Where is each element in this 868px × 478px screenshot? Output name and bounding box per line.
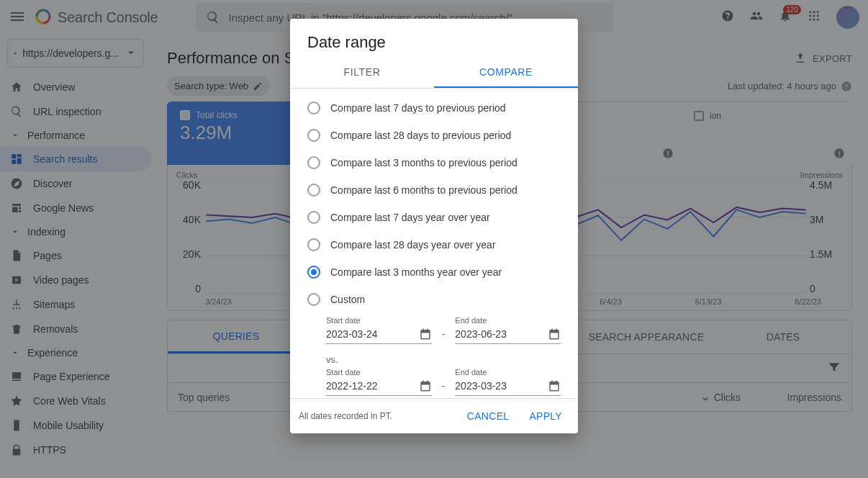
radio-icon bbox=[307, 129, 320, 142]
vs-label: vs. bbox=[290, 347, 578, 365]
date-range-dialog: Date range FILTER COMPARE Compare last 7… bbox=[290, 19, 578, 433]
date-field-label: Start date bbox=[326, 316, 432, 325]
apply-button[interactable]: APPLY bbox=[522, 406, 569, 426]
compare-option-0[interactable]: Compare last 7 days to previous period bbox=[290, 94, 578, 122]
dialog-title: Date range bbox=[290, 19, 578, 58]
compare-option-2[interactable]: Compare last 3 months to previous period bbox=[290, 149, 578, 176]
dash: - bbox=[439, 328, 448, 344]
cancel-button[interactable]: CANCEL bbox=[460, 406, 517, 426]
compare-option-1[interactable]: Compare last 28 days to previous period bbox=[290, 122, 578, 149]
dialog-tab-filter[interactable]: FILTER bbox=[290, 58, 434, 88]
radio-label: Custom bbox=[330, 294, 365, 305]
radio-icon bbox=[307, 266, 320, 279]
radio-label: Compare last 7 days year over year bbox=[330, 212, 490, 223]
compare-option-3[interactable]: Compare last 6 months to previous period bbox=[290, 176, 578, 204]
radio-icon bbox=[307, 102, 320, 114]
radio-icon bbox=[307, 211, 320, 224]
dialog-footnote: All dates recorded in PT. bbox=[299, 411, 392, 421]
end-date-2[interactable]: End date 2023-03-23 bbox=[455, 368, 561, 396]
radio-icon bbox=[307, 156, 320, 169]
date-value: 2023-06-23 bbox=[455, 328, 507, 340]
start-date-1[interactable]: Start date 2023-03-24 bbox=[326, 316, 432, 344]
compare-option-5[interactable]: Compare last 28 days year over year bbox=[290, 231, 578, 258]
date-value: 2023-03-24 bbox=[326, 328, 378, 340]
date-field-label: Start date bbox=[326, 368, 432, 376]
radio-icon bbox=[307, 184, 320, 197]
calendar-icon bbox=[548, 328, 561, 341]
date-field-label: End date bbox=[455, 316, 561, 325]
radio-label: Compare last 3 months to previous period bbox=[330, 157, 517, 168]
radio-label: Compare last 3 months year over year bbox=[330, 266, 502, 278]
calendar-icon bbox=[419, 328, 432, 341]
date-value: 2022-12-22 bbox=[326, 380, 378, 392]
radio-icon bbox=[307, 238, 320, 251]
compare-option-7[interactable]: Custom bbox=[290, 286, 578, 313]
radio-label: Compare last 6 months to previous period bbox=[330, 184, 517, 196]
radio-label: Compare last 28 days to previous period bbox=[330, 130, 511, 141]
radio-icon bbox=[307, 293, 320, 306]
start-date-2[interactable]: Start date 2022-12-22 bbox=[326, 368, 432, 396]
compare-option-4[interactable]: Compare last 7 days year over year bbox=[290, 204, 578, 231]
date-field-label: End date bbox=[455, 368, 561, 376]
compare-option-6[interactable]: Compare last 3 months year over year bbox=[290, 258, 578, 286]
radio-label: Compare last 7 days to previous period bbox=[330, 102, 506, 114]
dialog-tab-compare[interactable]: COMPARE bbox=[434, 58, 578, 88]
end-date-1[interactable]: End date 2023-06-23 bbox=[455, 316, 561, 344]
calendar-icon bbox=[548, 379, 561, 392]
date-value: 2023-03-23 bbox=[455, 380, 507, 392]
calendar-icon bbox=[419, 379, 432, 392]
dash: - bbox=[439, 380, 448, 396]
radio-label: Compare last 28 days year over year bbox=[330, 239, 496, 251]
